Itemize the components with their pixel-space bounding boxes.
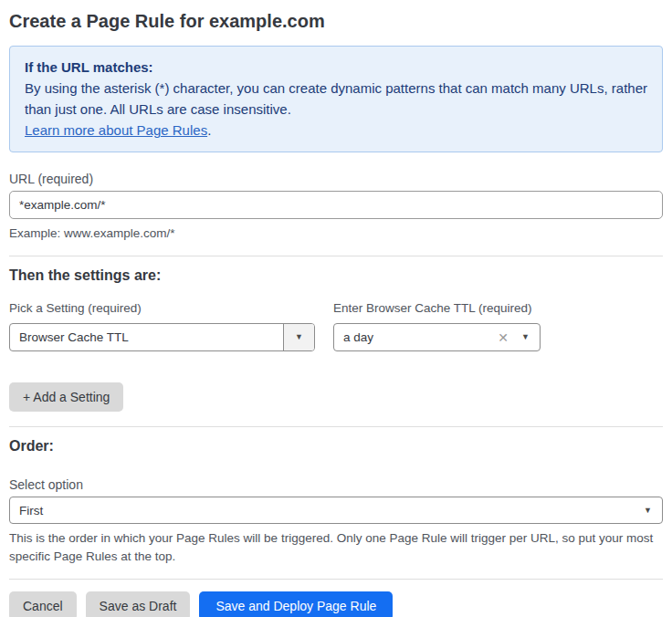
info-box-heading: If the URL matches: bbox=[25, 57, 647, 78]
add-setting-button[interactable]: + Add a Setting bbox=[9, 382, 123, 412]
divider bbox=[9, 579, 663, 580]
url-match-info-box: If the URL matches: By using the asteris… bbox=[9, 46, 663, 152]
ttl-picker-select[interactable]: a day ✕ ▼ bbox=[333, 323, 541, 351]
setting-picker-caret-segment[interactable]: ▼ bbox=[283, 324, 314, 350]
settings-section-heading: Then the settings are: bbox=[9, 267, 663, 284]
chevron-down-icon: ▼ bbox=[644, 507, 652, 515]
ttl-picker-icons: ✕ ▼ bbox=[498, 331, 540, 344]
setting-picker-select[interactable]: Browser Cache TTL ▼ bbox=[9, 323, 315, 351]
setting-picker-label: Pick a Setting (required) bbox=[9, 301, 315, 315]
save-as-draft-button[interactable]: Save as Draft bbox=[86, 591, 191, 617]
chevron-down-icon: ▼ bbox=[295, 333, 303, 341]
clear-icon[interactable]: ✕ bbox=[498, 331, 509, 344]
order-select[interactable]: First ▼ bbox=[9, 497, 663, 524]
order-section-heading: Order: bbox=[9, 438, 663, 455]
ttl-picker-value: a day bbox=[334, 330, 498, 344]
info-box-link-line: Learn more about Page Rules. bbox=[25, 120, 647, 141]
page-rule-form: Create a Page Rule for example.com If th… bbox=[0, 0, 672, 617]
order-select-value: First bbox=[10, 504, 644, 518]
order-helper-text: This is the order in which your Page Rul… bbox=[9, 529, 663, 566]
cancel-button[interactable]: Cancel bbox=[9, 591, 77, 617]
info-box-body: By using the asterisk (*) character, you… bbox=[25, 78, 647, 120]
setting-picker-field: Pick a Setting (required) Browser Cache … bbox=[9, 301, 315, 351]
link-suffix: . bbox=[207, 122, 211, 138]
order-select-icons: ▼ bbox=[644, 507, 662, 515]
setting-picker-value: Browser Cache TTL bbox=[10, 330, 283, 344]
divider bbox=[9, 256, 663, 256]
footer-buttons: Cancel Save as Draft Save and Deploy Pag… bbox=[9, 591, 663, 617]
order-select-label: Select option bbox=[9, 477, 663, 492]
page-title: Create a Page Rule for example.com bbox=[9, 11, 663, 32]
ttl-picker-field: Enter Browser Cache TTL (required) a day… bbox=[333, 301, 541, 351]
save-and-deploy-button[interactable]: Save and Deploy Page Rule bbox=[199, 591, 393, 617]
learn-more-link[interactable]: Learn more about Page Rules bbox=[25, 122, 207, 138]
url-input[interactable] bbox=[9, 191, 663, 219]
url-field-label: URL (required) bbox=[9, 172, 663, 186]
chevron-down-icon: ▼ bbox=[521, 333, 530, 341]
divider bbox=[9, 426, 663, 427]
settings-row: Pick a Setting (required) Browser Cache … bbox=[9, 301, 663, 351]
ttl-picker-label: Enter Browser Cache TTL (required) bbox=[333, 301, 541, 315]
url-example-helper: Example: www.example.com/* bbox=[9, 225, 663, 243]
